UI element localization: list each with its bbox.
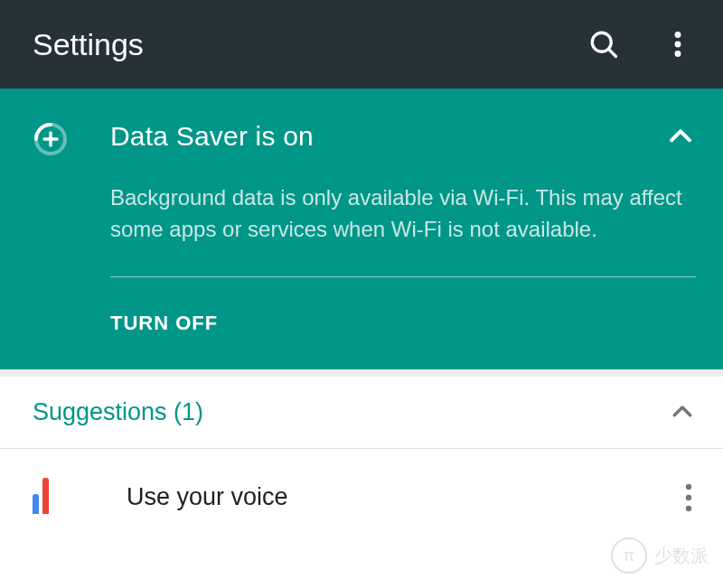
- chevron-up-icon[interactable]: [669, 398, 696, 425]
- page-title: Settings: [33, 27, 586, 62]
- search-icon[interactable]: [586, 26, 622, 62]
- svg-point-9: [686, 494, 691, 499]
- svg-point-3: [675, 42, 681, 48]
- suggestion-label: Use your voice: [127, 483, 671, 511]
- banner-description: Background data is only available via Wi…: [110, 182, 696, 246]
- turn-off-button[interactable]: TURN OFF: [110, 277, 696, 369]
- section-gap: [0, 369, 723, 377]
- app-bar: Settings: [0, 0, 723, 89]
- svg-point-8: [686, 483, 691, 489]
- collapse-banner-button[interactable]: [651, 121, 696, 152]
- svg-line-1: [609, 50, 616, 57]
- svg-point-10: [686, 505, 691, 510]
- watermark: π少数派: [611, 537, 709, 574]
- overflow-menu-icon[interactable]: [660, 26, 696, 62]
- suggestion-item[interactable]: Use your voice: [0, 449, 723, 525]
- suggestions-header[interactable]: Suggestions (1): [0, 377, 723, 449]
- svg-point-2: [675, 32, 681, 38]
- suggestion-overflow-icon[interactable]: [671, 483, 707, 512]
- suggestions-title: Suggestions (1): [33, 398, 669, 426]
- svg-point-4: [675, 51, 681, 57]
- banner-title: Data Saver is on: [110, 121, 651, 152]
- data-saver-banner: Data Saver is on Background data is only…: [0, 89, 723, 369]
- google-assistant-icon: [33, 478, 127, 518]
- data-saver-icon: [33, 121, 110, 157]
- appbar-actions: [586, 26, 696, 62]
